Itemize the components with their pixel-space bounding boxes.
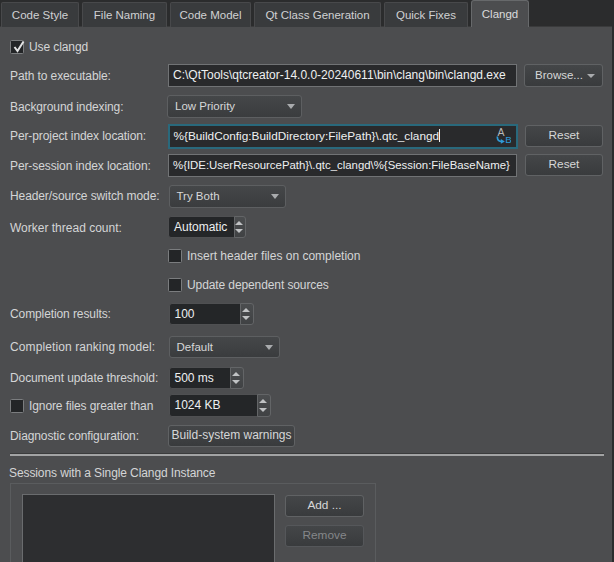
svg-text:A: A <box>497 126 504 138</box>
svg-text:B: B <box>505 134 511 145</box>
